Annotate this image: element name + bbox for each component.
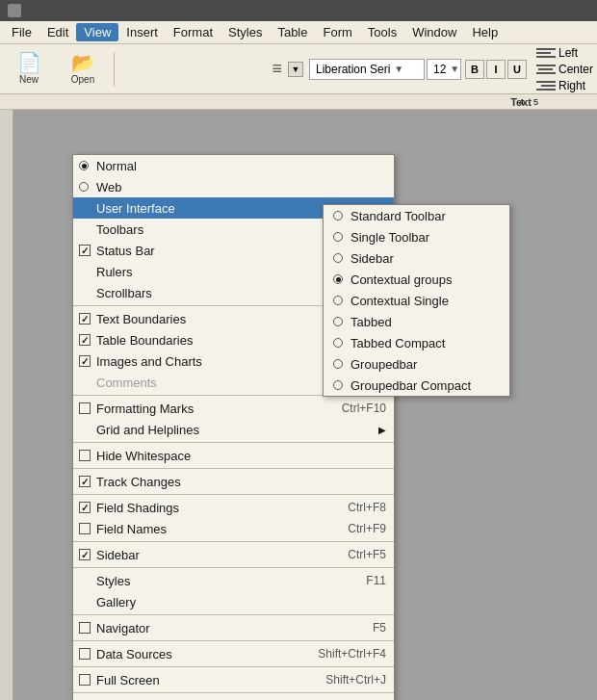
view-grid-helplines[interactable]: Grid and Helplines ▶ (73, 419, 394, 440)
view-web[interactable]: Web (73, 176, 394, 197)
menu-styles[interactable]: Styles (221, 23, 270, 41)
check-field-names (79, 523, 91, 534)
radio-normal (79, 161, 89, 170)
check-field-shadings: ✓ (79, 502, 91, 513)
ruler: 45 Text (0, 94, 597, 110)
underline-button[interactable]: U (507, 60, 527, 79)
ui-tabbed-compact[interactable]: Tabbed Compact (324, 332, 509, 353)
sep-10 (73, 666, 394, 667)
view-gallery[interactable]: Gallery (73, 591, 394, 612)
sep-9 (73, 640, 394, 641)
ui-tabbed[interactable]: Tabbed (324, 311, 509, 332)
view-track-changes[interactable]: ✓ Track Changes (73, 471, 394, 492)
check-sidebar: ✓ (79, 549, 91, 560)
menu-format[interactable]: Format (166, 23, 221, 41)
ui-groupedbar[interactable]: Groupedbar (324, 353, 509, 375)
font-size-box[interactable]: 12 ▼ (427, 59, 461, 80)
menu-view[interactable]: View (76, 23, 118, 41)
view-normal[interactable]: Normal (73, 155, 394, 176)
view-hide-whitespace[interactable]: Hide Whitespace (73, 445, 394, 466)
view-sidebar[interactable]: ✓ Sidebar Ctrl+F5 (73, 544, 394, 565)
text-label: Text (510, 96, 532, 108)
check-full-screen (79, 674, 91, 686)
ui-submenu[interactable]: Standard Toolbar Single Toolbar Sidebar … (323, 204, 510, 397)
align-buttons: Left Center Right (536, 46, 593, 92)
radio-standard (333, 211, 343, 220)
grid-submenu-arrow: ▶ (378, 425, 386, 435)
view-zoom[interactable]: Zoom ▶ (73, 695, 394, 700)
ui-sidebar[interactable]: Sidebar (324, 247, 509, 269)
radio-tabbed-compact (333, 338, 343, 348)
font-name-box[interactable]: Liberation Seri ▼ (309, 59, 425, 80)
radio-contextual-single (333, 296, 343, 305)
open-icon: 📂 (71, 53, 95, 72)
view-field-names[interactable]: Field Names Ctrl+F9 (73, 518, 394, 539)
check-navigator (79, 622, 91, 634)
sep-3 (73, 442, 394, 443)
menu-window[interactable]: Window (404, 23, 464, 41)
menu-file[interactable]: File (4, 23, 39, 41)
ui-single-toolbar[interactable]: Single Toolbar (324, 226, 509, 247)
radio-contextual-groups (333, 274, 343, 284)
radio-single (333, 232, 343, 242)
content-area: Normal Web User Interface ▶ Toolbars ▶ ✓ (0, 110, 597, 700)
font-name-arrow: ▼ (394, 64, 403, 74)
view-formatting-marks[interactable]: Formatting Marks Ctrl+F10 (73, 398, 394, 419)
view-field-shadings[interactable]: ✓ Field Shadings Ctrl+F8 (73, 497, 394, 518)
bold-button[interactable]: B (465, 60, 484, 79)
app-icon (8, 4, 21, 17)
radio-groupedbar-compact (333, 380, 343, 390)
style-dropdown-arrow[interactable]: ▼ (288, 62, 303, 77)
align-right-row[interactable]: Right (536, 79, 593, 92)
open-button[interactable]: 📂 Open (58, 47, 108, 91)
menu-table[interactable]: Table (270, 23, 315, 41)
menu-bar: File Edit View Insert Format Styles Tabl… (0, 21, 597, 44)
check-text-boundaries: ✓ (79, 313, 91, 324)
ui-groupedbar-compact[interactable]: Groupedbar Compact (324, 375, 509, 396)
radio-sidebar (333, 253, 343, 263)
radio-web (79, 182, 89, 192)
align-left-row[interactable]: Left (536, 46, 593, 60)
menu-insert[interactable]: Insert (118, 23, 166, 41)
sep-8 (73, 614, 394, 615)
ui-contextual-groups[interactable]: Contextual groups (324, 269, 509, 290)
new-icon: 📄 (17, 53, 41, 72)
new-button[interactable]: 📄 New (4, 47, 54, 91)
check-data-sources (79, 648, 91, 660)
ui-contextual-single[interactable]: Contextual Single (324, 290, 509, 311)
title-bar (0, 0, 597, 21)
menu-form[interactable]: Form (315, 23, 359, 41)
align-center-row[interactable]: Center (536, 63, 593, 76)
menu-tools[interactable]: Tools (360, 23, 404, 41)
view-navigator[interactable]: Navigator F5 (73, 617, 394, 638)
left-sidebar (0, 110, 13, 700)
text-format-buttons: B I U (465, 60, 527, 79)
check-table-boundaries: ✓ (79, 334, 91, 346)
toolbar-sep-1 (114, 52, 115, 87)
font-selector: ≡ ▼ Liberation Seri ▼ 12 ▼ (272, 59, 461, 80)
menu-help[interactable]: Help (464, 23, 506, 41)
check-images-charts: ✓ (79, 355, 91, 367)
radio-tabbed (333, 317, 343, 326)
font-size-arrow: ▼ (450, 64, 459, 74)
sep-7 (73, 567, 394, 568)
check-formatting-marks (79, 402, 91, 414)
check-hide-whitespace (79, 450, 91, 461)
radio-groupedbar (333, 359, 343, 369)
sep-4 (73, 468, 394, 469)
menu-edit[interactable]: Edit (39, 23, 76, 41)
style-icon: ≡ (272, 59, 282, 79)
ui-standard-toolbar[interactable]: Standard Toolbar (324, 205, 509, 226)
sep-11 (73, 692, 394, 693)
view-styles[interactable]: Styles F11 (73, 570, 394, 591)
sep-5 (73, 494, 394, 495)
toolbar: 📄 New 📂 Open ≡ ▼ Liberation Seri ▼ 12 ▼ … (0, 44, 597, 94)
view-data-sources[interactable]: Data Sources Shift+Ctrl+F4 (73, 643, 394, 664)
check-track-changes: ✓ (79, 476, 91, 487)
view-full-screen[interactable]: Full Screen Shift+Ctrl+J (73, 669, 394, 690)
italic-button[interactable]: I (486, 60, 506, 79)
sep-6 (73, 541, 394, 542)
check-status-bar: ✓ (79, 245, 91, 256)
